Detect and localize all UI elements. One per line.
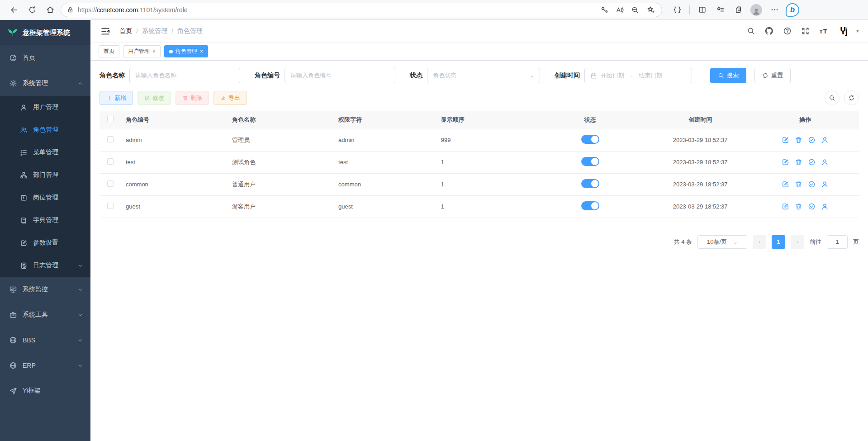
row-edit-icon[interactable] xyxy=(782,158,789,166)
row-checkbox[interactable] xyxy=(107,180,114,187)
sidebar-item-system-tools[interactable]: 系统工具 xyxy=(0,302,90,327)
zoom-out-icon[interactable] xyxy=(628,3,642,17)
status-toggle[interactable] xyxy=(581,179,599,188)
bing-chat-icon[interactable]: b xyxy=(785,2,800,18)
sidebar-item-dept-management[interactable]: 部门管理 xyxy=(0,164,90,186)
site-security-lock-icon[interactable] xyxy=(66,6,74,14)
breadcrumb-home[interactable]: 首页 xyxy=(119,27,132,35)
col-status: 状态 xyxy=(531,111,649,129)
sidebar-item-role-management[interactable]: 角色管理 xyxy=(0,119,90,141)
page-size-select[interactable]: 10条/页 ⌄ xyxy=(697,235,747,249)
github-icon[interactable] xyxy=(764,26,774,36)
row-delete-icon[interactable] xyxy=(795,158,802,166)
address-bar[interactable]: https://ccnetcore.com:1101/system/role xyxy=(61,3,662,17)
select-all-checkbox[interactable] xyxy=(107,116,114,122)
browser-refresh-button[interactable] xyxy=(24,2,40,18)
row-checkbox[interactable] xyxy=(107,136,114,142)
fullscreen-icon[interactable] xyxy=(801,26,811,36)
toggle-search-button[interactable] xyxy=(825,90,840,105)
favorites-icon[interactable] xyxy=(712,2,728,18)
row-edit-icon[interactable] xyxy=(782,136,789,144)
table-row: common 普通用户 common 1 2023-03-29 18:52:37 xyxy=(100,173,859,195)
settings-menu-icon[interactable] xyxy=(767,2,782,18)
delete-button[interactable]: 删除 xyxy=(175,91,209,105)
font-size-icon[interactable]: тT xyxy=(819,26,829,36)
row-checkbox[interactable] xyxy=(107,158,114,165)
table-row: test 测试角色 test 1 2023-03-29 18:52:37 xyxy=(100,151,859,173)
sidebar-item-yi-framework[interactable]: Yi框架 xyxy=(0,378,90,403)
sidebar-item-erp[interactable]: ERP xyxy=(0,353,90,378)
status-toggle[interactable] xyxy=(581,135,599,144)
row-assign-user-icon[interactable] xyxy=(821,180,829,188)
row-delete-icon[interactable] xyxy=(795,203,802,210)
search-button[interactable]: 搜索 xyxy=(710,68,746,83)
role-name-input[interactable]: 请输入角色名称 xyxy=(129,68,240,83)
sidebar-item-menu-management[interactable]: 菜单管理 xyxy=(0,141,90,164)
goto-page-input[interactable]: 1 xyxy=(827,235,848,249)
tab-role-management[interactable]: 角色管理 × xyxy=(164,45,208,57)
date-range-picker[interactable]: 开始日期 - 结束日期 xyxy=(584,68,692,83)
row-delete-icon[interactable] xyxy=(795,136,802,144)
help-icon[interactable] xyxy=(783,26,792,36)
edit-square-icon xyxy=(20,239,28,247)
dictionary-icon xyxy=(20,217,28,224)
browser-home-button[interactable] xyxy=(43,2,58,18)
chevron-down-icon xyxy=(77,287,83,293)
menu-tree-icon xyxy=(20,149,28,156)
read-aloud-icon[interactable] xyxy=(613,3,626,17)
row-data-scope-icon[interactable] xyxy=(808,180,816,188)
sidebar-item-post-management[interactable]: 岗位管理 xyxy=(0,186,90,209)
row-assign-user-icon[interactable] xyxy=(821,203,829,210)
reset-button[interactable]: 重置 xyxy=(754,68,791,83)
add-button[interactable]: 新增 xyxy=(100,91,133,105)
split-screen-icon[interactable] xyxy=(694,2,710,18)
browser-back-button[interactable] xyxy=(6,2,22,18)
export-button[interactable]: 导出 xyxy=(213,91,247,105)
user-avatar-logo[interactable]: Ⴤj xyxy=(840,26,847,37)
refresh-table-button[interactable] xyxy=(844,90,859,105)
tab-user-management[interactable]: 用户管理 × xyxy=(123,45,161,57)
sidebar-item-dict-management[interactable]: 字典管理 xyxy=(0,209,90,232)
row-delete-icon[interactable] xyxy=(795,180,802,188)
collections-icon[interactable] xyxy=(730,2,746,18)
profile-avatar[interactable] xyxy=(749,2,764,18)
password-key-icon[interactable] xyxy=(598,3,611,17)
sidebar-item-user-management[interactable]: 用户管理 xyxy=(0,96,90,119)
sidebar-item-param-settings[interactable]: 参数设置 xyxy=(0,232,90,254)
close-icon[interactable]: × xyxy=(200,48,203,55)
table-header-row: 角色编号 角色名称 权限字符 显示顺序 状态 创建时间 操作 xyxy=(100,111,859,129)
current-page[interactable]: 1 xyxy=(772,235,785,249)
url-text[interactable]: https://ccnetcore.com:1101/system/role xyxy=(78,6,594,14)
prev-page-button[interactable]: ‹ xyxy=(753,235,766,249)
row-checkbox[interactable] xyxy=(107,203,114,209)
row-data-scope-icon[interactable] xyxy=(808,136,816,144)
modify-button[interactable]: 修改 xyxy=(138,91,171,105)
sidebar-item-log-management[interactable]: 日志管理 xyxy=(0,254,90,277)
sidebar-collapse-icon[interactable] xyxy=(99,24,112,38)
tab-home[interactable]: 首页 xyxy=(99,45,119,57)
row-assign-user-icon[interactable] xyxy=(821,136,829,144)
chevron-up-icon xyxy=(77,81,83,86)
role-code-input[interactable]: 请输入角色编号 xyxy=(285,68,395,83)
sidebar-item-system-monitor[interactable]: 系统监控 xyxy=(0,277,90,302)
row-data-scope-icon[interactable] xyxy=(808,158,816,166)
browser-essentials-icon[interactable] xyxy=(669,2,685,18)
globe-icon xyxy=(9,361,17,370)
status-select[interactable]: 角色状态 ⌄ xyxy=(427,68,540,83)
row-edit-icon[interactable] xyxy=(782,203,789,210)
row-edit-icon[interactable] xyxy=(782,180,789,188)
sidebar-item-home[interactable]: 首页 xyxy=(0,45,90,71)
avatar-caret-down-icon[interactable]: ▼ xyxy=(855,28,860,33)
sidebar-item-system-management[interactable]: 系统管理 xyxy=(0,71,90,96)
sidebar-item-bbs[interactable]: BBS xyxy=(0,327,90,353)
header-search-icon[interactable] xyxy=(746,26,756,36)
close-icon[interactable]: × xyxy=(152,48,156,55)
next-page-button[interactable]: › xyxy=(791,235,804,249)
status-toggle[interactable] xyxy=(581,157,599,166)
row-data-scope-icon[interactable] xyxy=(808,203,816,210)
post-icon xyxy=(20,194,28,202)
trash-icon xyxy=(182,95,188,101)
status-toggle[interactable] xyxy=(581,201,599,210)
add-favorite-icon[interactable] xyxy=(644,3,657,17)
row-assign-user-icon[interactable] xyxy=(821,158,829,166)
